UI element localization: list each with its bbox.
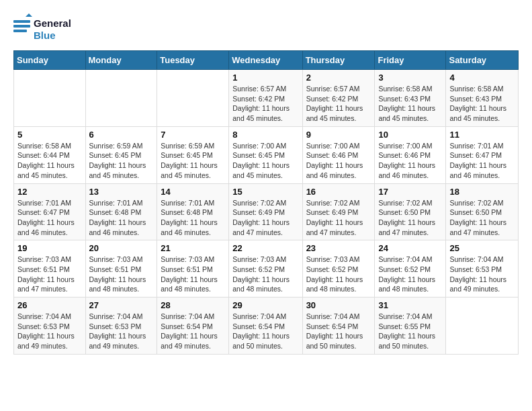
day-number: 6 [89, 130, 154, 140]
calendar-cell: 15Sunrise: 7:02 AM Sunset: 6:49 PM Dayli… [229, 183, 302, 240]
day-info: Sunrise: 7:04 AM Sunset: 6:53 PM Dayligh… [449, 255, 515, 294]
day-info: Sunrise: 7:01 AM Sunset: 6:47 PM Dayligh… [449, 141, 515, 181]
day-info: Sunrise: 6:57 AM Sunset: 6:42 PM Dayligh… [306, 84, 371, 124]
calendar-cell: 31Sunrise: 7:04 AM Sunset: 6:55 PM Dayli… [375, 298, 446, 355]
day-number: 13 [89, 187, 154, 197]
day-info: Sunrise: 7:01 AM Sunset: 6:47 PM Dayligh… [17, 198, 82, 238]
calendar-cell: 11Sunrise: 7:01 AM Sunset: 6:47 PM Dayli… [446, 126, 519, 183]
day-info: Sunrise: 7:04 AM Sunset: 6:53 PM Dayligh… [89, 312, 154, 351]
calendar-cell [446, 298, 519, 355]
calendar-cell: 10Sunrise: 7:00 AM Sunset: 6:46 PM Dayli… [375, 126, 446, 183]
day-info: Sunrise: 7:04 AM Sunset: 6:54 PM Dayligh… [161, 312, 225, 351]
day-number: 28 [161, 300, 225, 310]
day-number: 18 [449, 187, 515, 197]
day-info: Sunrise: 6:57 AM Sunset: 6:42 PM Dayligh… [232, 84, 298, 124]
calendar-week-row: 5Sunrise: 6:58 AM Sunset: 6:44 PM Daylig… [14, 126, 519, 183]
calendar-cell: 3Sunrise: 6:58 AM Sunset: 6:43 PM Daylig… [375, 70, 446, 127]
page-header: General Blue [13, 13, 519, 44]
logo: General Blue [13, 13, 74, 44]
svg-rect-5 [13, 30, 27, 32]
calendar-cell: 4Sunrise: 6:58 AM Sunset: 6:43 PM Daylig… [446, 70, 519, 127]
calendar-table: SundayMondayTuesdayWednesdayThursdayFrid… [13, 50, 519, 355]
day-info: Sunrise: 7:04 AM Sunset: 6:55 PM Dayligh… [378, 312, 442, 351]
svg-text:General: General [34, 17, 71, 29]
day-number: 23 [306, 243, 371, 253]
day-info: Sunrise: 6:58 AM Sunset: 6:43 PM Dayligh… [378, 84, 442, 124]
calendar-week-row: 19Sunrise: 7:03 AM Sunset: 6:51 PM Dayli… [14, 240, 519, 298]
day-number: 31 [378, 300, 442, 310]
calendar-cell: 2Sunrise: 6:57 AM Sunset: 6:42 PM Daylig… [302, 70, 375, 127]
day-number: 5 [17, 130, 82, 140]
calendar-week-row: 12Sunrise: 7:01 AM Sunset: 6:47 PM Dayli… [14, 183, 519, 240]
calendar-cell: 12Sunrise: 7:01 AM Sunset: 6:47 PM Dayli… [14, 183, 86, 240]
day-number: 21 [161, 243, 225, 253]
day-number: 8 [232, 130, 298, 140]
day-number: 22 [232, 243, 298, 253]
day-number: 16 [306, 187, 371, 197]
calendar-cell: 23Sunrise: 7:03 AM Sunset: 6:52 PM Dayli… [302, 240, 375, 298]
day-number: 7 [161, 130, 225, 140]
calendar-cell: 26Sunrise: 7:04 AM Sunset: 6:53 PM Dayli… [14, 298, 86, 355]
day-info: Sunrise: 7:04 AM Sunset: 6:54 PM Dayligh… [232, 312, 298, 351]
weekday-header-cell: Thursday [302, 51, 375, 70]
day-info: Sunrise: 7:02 AM Sunset: 6:49 PM Dayligh… [232, 198, 298, 238]
svg-marker-2 [26, 13, 32, 17]
day-number: 17 [378, 187, 442, 197]
day-number: 9 [306, 130, 371, 140]
day-info: Sunrise: 7:00 AM Sunset: 6:45 PM Dayligh… [232, 141, 298, 181]
day-info: Sunrise: 7:03 AM Sunset: 6:51 PM Dayligh… [89, 255, 154, 294]
day-info: Sunrise: 6:58 AM Sunset: 6:43 PM Dayligh… [449, 84, 515, 124]
calendar-cell: 22Sunrise: 7:03 AM Sunset: 6:52 PM Dayli… [229, 240, 302, 298]
calendar-cell: 25Sunrise: 7:04 AM Sunset: 6:53 PM Dayli… [446, 240, 519, 298]
day-number: 3 [378, 73, 442, 83]
day-number: 10 [378, 130, 442, 140]
day-info: Sunrise: 7:03 AM Sunset: 6:51 PM Dayligh… [161, 255, 225, 294]
day-number: 25 [449, 243, 515, 253]
day-number: 20 [89, 243, 154, 253]
day-info: Sunrise: 7:03 AM Sunset: 6:51 PM Dayligh… [17, 255, 82, 294]
calendar-cell: 14Sunrise: 7:01 AM Sunset: 6:48 PM Dayli… [157, 183, 229, 240]
calendar-cell [157, 70, 229, 127]
calendar-cell: 8Sunrise: 7:00 AM Sunset: 6:45 PM Daylig… [229, 126, 302, 183]
calendar-cell: 24Sunrise: 7:04 AM Sunset: 6:52 PM Dayli… [375, 240, 446, 298]
calendar-cell: 18Sunrise: 7:02 AM Sunset: 6:50 PM Dayli… [446, 183, 519, 240]
day-info: Sunrise: 7:03 AM Sunset: 6:52 PM Dayligh… [232, 255, 298, 294]
day-info: Sunrise: 7:02 AM Sunset: 6:50 PM Dayligh… [449, 198, 515, 238]
day-info: Sunrise: 7:03 AM Sunset: 6:52 PM Dayligh… [306, 255, 371, 294]
day-number: 2 [306, 73, 371, 83]
weekday-header-row: SundayMondayTuesdayWednesdayThursdayFrid… [14, 51, 519, 70]
day-info: Sunrise: 7:00 AM Sunset: 6:46 PM Dayligh… [378, 141, 442, 181]
day-info: Sunrise: 7:02 AM Sunset: 6:49 PM Dayligh… [306, 198, 371, 238]
day-info: Sunrise: 7:04 AM Sunset: 6:54 PM Dayligh… [306, 312, 371, 351]
calendar-cell [14, 70, 86, 127]
calendar-cell: 9Sunrise: 7:00 AM Sunset: 6:46 PM Daylig… [302, 126, 375, 183]
calendar-week-row: 26Sunrise: 7:04 AM Sunset: 6:53 PM Dayli… [14, 298, 519, 355]
day-info: Sunrise: 7:00 AM Sunset: 6:46 PM Dayligh… [306, 141, 371, 181]
calendar-week-row: 1Sunrise: 6:57 AM Sunset: 6:42 PM Daylig… [14, 70, 519, 127]
calendar-cell: 5Sunrise: 6:58 AM Sunset: 6:44 PM Daylig… [14, 126, 86, 183]
day-info: Sunrise: 6:59 AM Sunset: 6:45 PM Dayligh… [161, 141, 225, 181]
calendar-cell: 21Sunrise: 7:03 AM Sunset: 6:51 PM Dayli… [157, 240, 229, 298]
calendar-cell: 7Sunrise: 6:59 AM Sunset: 6:45 PM Daylig… [157, 126, 229, 183]
calendar-cell: 27Sunrise: 7:04 AM Sunset: 6:53 PM Dayli… [85, 298, 157, 355]
day-info: Sunrise: 7:02 AM Sunset: 6:50 PM Dayligh… [378, 198, 442, 238]
weekday-header-cell: Monday [85, 51, 157, 70]
day-info: Sunrise: 6:59 AM Sunset: 6:45 PM Dayligh… [89, 141, 154, 181]
weekday-header-cell: Sunday [14, 51, 86, 70]
calendar-cell: 17Sunrise: 7:02 AM Sunset: 6:50 PM Dayli… [375, 183, 446, 240]
calendar-cell: 29Sunrise: 7:04 AM Sunset: 6:54 PM Dayli… [229, 298, 302, 355]
calendar-cell: 28Sunrise: 7:04 AM Sunset: 6:54 PM Dayli… [157, 298, 229, 355]
calendar-cell: 20Sunrise: 7:03 AM Sunset: 6:51 PM Dayli… [85, 240, 157, 298]
day-info: Sunrise: 7:04 AM Sunset: 6:52 PM Dayligh… [378, 255, 442, 294]
day-info: Sunrise: 7:01 AM Sunset: 6:48 PM Dayligh… [89, 198, 154, 238]
calendar-cell: 16Sunrise: 7:02 AM Sunset: 6:49 PM Dayli… [302, 183, 375, 240]
day-number: 14 [161, 187, 225, 197]
day-number: 29 [232, 300, 298, 310]
day-info: Sunrise: 6:58 AM Sunset: 6:44 PM Dayligh… [17, 141, 82, 181]
weekday-header-cell: Saturday [446, 51, 519, 70]
day-number: 11 [449, 130, 515, 140]
calendar-cell: 30Sunrise: 7:04 AM Sunset: 6:54 PM Dayli… [302, 298, 375, 355]
calendar-cell: 1Sunrise: 6:57 AM Sunset: 6:42 PM Daylig… [229, 70, 302, 127]
day-number: 24 [378, 243, 442, 253]
svg-text:Blue: Blue [34, 30, 56, 41]
